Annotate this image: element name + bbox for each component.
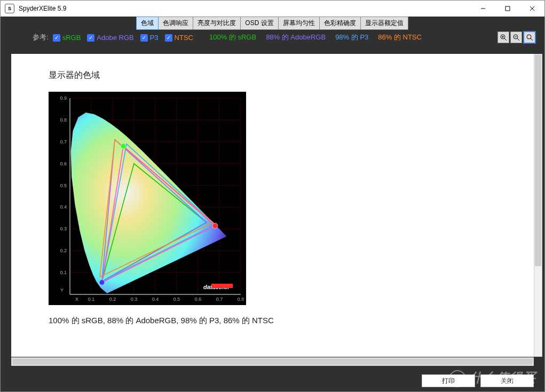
svg-text:0.8: 0.8 (60, 117, 67, 123)
tab-6[interactable]: 显示器额定值 (360, 17, 408, 30)
titlebar: S SpyderXElite 5.9 (1, 1, 544, 17)
svg-rect-1 (505, 6, 510, 11)
svg-text:0.6: 0.6 (60, 161, 67, 166)
gamut-chart: 0.10.20.30.40.50.60.70.80.10.20.30.40.50… (49, 92, 246, 305)
svg-text:0.5: 0.5 (173, 297, 180, 302)
ref-check-sRGB[interactable]: ✓sRGB (53, 34, 81, 42)
svg-point-59 (99, 280, 105, 285)
pct-3: 86% 的 NTSC (378, 33, 422, 42)
svg-text:0.8: 0.8 (238, 297, 244, 302)
svg-text:0.9: 0.9 (60, 95, 67, 101)
svg-text:0.1: 0.1 (88, 297, 95, 302)
svg-text:0.4: 0.4 (60, 204, 67, 210)
svg-text:0.5: 0.5 (60, 183, 67, 188)
tab-4[interactable]: 屏幕均匀性 (278, 17, 320, 30)
checkbox-icon: ✓ (140, 34, 148, 42)
svg-line-12 (531, 38, 533, 41)
reference-label: 参考: (33, 33, 49, 42)
svg-text:Y: Y (60, 287, 64, 293)
tab-3[interactable]: OSD 设置 (240, 17, 278, 30)
tab-2[interactable]: 亮度与对比度 (193, 17, 241, 30)
tabbar: 色域色调响应亮度与对比度OSD 设置屏幕均匀性色彩精确度显示器额定值 (1, 17, 544, 29)
horizontal-scrollbar[interactable] (11, 357, 534, 366)
svg-text:0.3: 0.3 (60, 226, 67, 231)
svg-text:0.1: 0.1 (60, 270, 67, 275)
zoom-fit-button[interactable] (523, 31, 536, 44)
minimize-button[interactable] (471, 1, 495, 17)
app-icon: S (5, 4, 14, 13)
pct-1: 88% 的 AdobeRGB (266, 33, 326, 42)
svg-line-9 (517, 38, 519, 41)
tab-5[interactable]: 色彩精确度 (319, 17, 361, 30)
svg-text:0.7: 0.7 (60, 139, 67, 145)
pct-0: 100% 的 sRGB (209, 33, 256, 42)
ref-check-NTSC[interactable]: ✓NTSC (165, 34, 193, 42)
maximize-button[interactable] (495, 1, 520, 17)
svg-line-5 (504, 38, 507, 41)
zoom-in-button[interactable] (497, 31, 509, 43)
content-frame: 显示器的色域 0.10.20.30.40.50.60.70.80.10.20.3… (11, 54, 534, 357)
bottom-bar: 打印 关闭 (1, 370, 544, 391)
pct-2: 98% 的 P3 (335, 33, 368, 42)
svg-text:0.3: 0.3 (131, 297, 138, 302)
svg-rect-61 (211, 284, 233, 288)
svg-text:0.7: 0.7 (216, 297, 223, 302)
ref-check-Adobe-RGB[interactable]: ✓Adobe RGB (87, 34, 133, 42)
svg-point-58 (121, 143, 126, 149)
summary-text: 100% 的 sRGB, 88% 的 AdobeRGB, 98% 的 P3, 8… (49, 316, 496, 326)
window-title: SpyderXElite 5.9 (19, 5, 471, 12)
ref-check-P3[interactable]: ✓P3 (140, 34, 159, 42)
tab-0[interactable]: 色域 (136, 17, 159, 30)
checkbox-icon: ✓ (53, 34, 60, 42)
page-title: 显示器的色域 (49, 70, 496, 81)
tab-1[interactable]: 色调响应 (158, 17, 193, 30)
vertical-scrollbar[interactable] (534, 54, 542, 357)
close-button[interactable] (520, 1, 544, 17)
svg-point-57 (212, 223, 218, 228)
checkbox-icon: ✓ (87, 34, 94, 42)
svg-text:0.6: 0.6 (195, 297, 202, 302)
svg-text:0.4: 0.4 (152, 297, 159, 302)
svg-text:0.2: 0.2 (109, 297, 116, 302)
reference-bar: 参考: ✓sRGB✓Adobe RGB✓P3✓NTSC 100% 的 sRGB8… (1, 29, 544, 45)
app-body: 色域色调响应亮度与对比度OSD 设置屏幕均匀性色彩精确度显示器额定值 参考: ✓… (1, 17, 544, 391)
quit-button[interactable]: 关闭 (480, 374, 534, 387)
app-window: S SpyderXElite 5.9 色域色调响应亮度与对比度OSD 设置屏幕均… (0, 0, 545, 392)
svg-marker-51 (71, 113, 227, 293)
zoom-out-button[interactable] (510, 31, 522, 43)
svg-text:X: X (75, 297, 78, 302)
svg-text:0.2: 0.2 (60, 248, 67, 253)
checkbox-icon: ✓ (165, 34, 172, 42)
svg-point-11 (527, 35, 531, 39)
print-button[interactable]: 打印 (422, 374, 475, 387)
